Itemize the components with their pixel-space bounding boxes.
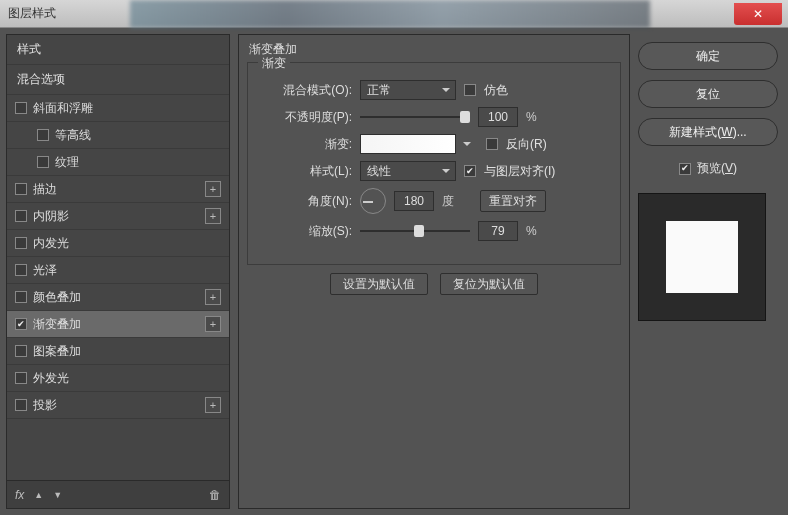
sidebar-header[interactable]: 样式 <box>7 35 229 65</box>
move-down-icon[interactable]: ▼ <box>53 490 62 500</box>
right-column: 确定 复位 新建样式(W)... 预览(V) <box>638 34 782 509</box>
sidebar-item-checkbox[interactable] <box>15 372 27 384</box>
sidebar-item-checkbox[interactable] <box>15 318 27 330</box>
blend-mode-value: 正常 <box>367 82 391 99</box>
sidebar-item-label: 投影 <box>33 397 199 414</box>
sidebar-item-checkbox[interactable] <box>15 399 27 411</box>
sidebar-item-checkbox[interactable] <box>15 102 27 114</box>
group-legend: 渐变 <box>258 55 290 72</box>
reset-default-label: 复位为默认值 <box>453 276 525 293</box>
opacity-slider[interactable] <box>360 110 470 124</box>
blend-mode-select[interactable]: 正常 <box>360 80 456 100</box>
sidebar-item-label: 外发光 <box>33 370 221 387</box>
close-button[interactable]: ✕ <box>734 3 782 25</box>
style-select[interactable]: 线性 <box>360 161 456 181</box>
ok-button[interactable]: 确定 <box>638 42 778 70</box>
sidebar-item-label: 斜面和浮雕 <box>33 100 221 117</box>
move-up-icon[interactable]: ▲ <box>34 490 43 500</box>
sidebar-item-5[interactable]: 内发光 <box>7 230 229 257</box>
sidebar-item-checkbox[interactable] <box>15 345 27 357</box>
angle-label: 角度(N): <box>260 193 352 210</box>
preview-toggle[interactable]: 预览(V) <box>638 160 778 177</box>
sidebar-item-checkbox[interactable] <box>15 183 27 195</box>
add-effect-icon[interactable]: + <box>205 316 221 332</box>
blur-decor <box>130 0 650 28</box>
sidebar-item-label: 光泽 <box>33 262 221 279</box>
add-effect-icon[interactable]: + <box>205 397 221 413</box>
set-default-button[interactable]: 设置为默认值 <box>330 273 428 295</box>
sidebar-item-checkbox[interactable] <box>37 156 49 168</box>
sidebar-list: 斜面和浮雕等高线纹理描边+内阴影+内发光光泽颜色叠加+渐变叠加+图案叠加外发光投… <box>7 95 229 480</box>
scale-slider[interactable] <box>360 224 470 238</box>
sidebar-item-3[interactable]: 描边+ <box>7 176 229 203</box>
align-checkbox[interactable] <box>464 165 476 177</box>
fx-icon[interactable]: fx <box>15 488 24 502</box>
reset-default-button[interactable]: 复位为默认值 <box>440 273 538 295</box>
gradient-picker[interactable] <box>360 134 456 154</box>
sidebar-item-label: 内发光 <box>33 235 221 252</box>
sidebar-footer: fx ▲ ▼ 🗑 <box>7 480 229 508</box>
scale-value[interactable]: 79 <box>478 221 518 241</box>
sidebar-item-checkbox[interactable] <box>15 291 27 303</box>
titlebar: 图层样式 ✕ <box>0 0 788 28</box>
dither-label: 仿色 <box>484 82 508 99</box>
cancel-button[interactable]: 复位 <box>638 80 778 108</box>
align-label: 与图层对齐(I) <box>484 163 555 180</box>
sidebar-item-label: 内阴影 <box>33 208 199 225</box>
add-effect-icon[interactable]: + <box>205 181 221 197</box>
scale-label: 缩放(S): <box>260 223 352 240</box>
sidebar-item-4[interactable]: 内阴影+ <box>7 203 229 230</box>
sidebar-blending-options[interactable]: 混合选项 <box>7 65 229 95</box>
gradient-label: 渐变: <box>260 136 352 153</box>
opacity-value[interactable]: 100 <box>478 107 518 127</box>
row-scale: 缩放(S): 79 % <box>260 221 608 241</box>
preview-box <box>638 193 766 321</box>
sidebar-item-11[interactable]: 投影+ <box>7 392 229 419</box>
sidebar-item-1[interactable]: 等高线 <box>7 122 229 149</box>
style-value: 线性 <box>367 163 391 180</box>
angle-unit: 度 <box>442 193 454 210</box>
row-angle: 角度(N): 180 度 重置对齐 <box>260 188 608 214</box>
trash-icon[interactable]: 🗑 <box>209 488 221 502</box>
sidebar-item-2[interactable]: 纹理 <box>7 149 229 176</box>
sidebar-item-checkbox[interactable] <box>15 264 27 276</box>
sidebar-item-9[interactable]: 图案叠加 <box>7 338 229 365</box>
blend-mode-label: 混合模式(O): <box>260 82 352 99</box>
sidebar-item-10[interactable]: 外发光 <box>7 365 229 392</box>
new-style-label: 新建样式(W)... <box>669 124 746 141</box>
window-title: 图层样式 <box>0 5 56 22</box>
new-style-button[interactable]: 新建样式(W)... <box>638 118 778 146</box>
section-title: 渐变叠加 <box>249 41 621 58</box>
sidebar-item-label: 颜色叠加 <box>33 289 199 306</box>
close-icon: ✕ <box>753 7 763 21</box>
row-blend-mode: 混合模式(O): 正常 仿色 <box>260 80 608 100</box>
angle-dial[interactable] <box>360 188 386 214</box>
angle-value[interactable]: 180 <box>394 191 434 211</box>
preview-checkbox[interactable] <box>679 163 691 175</box>
reverse-checkbox[interactable] <box>486 138 498 150</box>
sidebar-item-7[interactable]: 颜色叠加+ <box>7 284 229 311</box>
opacity-label: 不透明度(P): <box>260 109 352 126</box>
row-gradient: 渐变: 反向(R) <box>260 134 608 154</box>
dither-checkbox[interactable] <box>464 84 476 96</box>
sidebar-item-checkbox[interactable] <box>15 237 27 249</box>
add-effect-icon[interactable]: + <box>205 208 221 224</box>
styles-sidebar: 样式 混合选项 斜面和浮雕等高线纹理描边+内阴影+内发光光泽颜色叠加+渐变叠加+… <box>6 34 230 509</box>
sidebar-item-0[interactable]: 斜面和浮雕 <box>7 95 229 122</box>
sidebar-item-checkbox[interactable] <box>15 210 27 222</box>
sidebar-item-label: 图案叠加 <box>33 343 221 360</box>
reverse-label: 反向(R) <box>506 136 547 153</box>
opacity-unit: % <box>526 110 537 124</box>
gradient-group: 渐变 混合模式(O): 正常 仿色 不透明度(P): 100 % 渐变: <box>247 62 621 265</box>
default-buttons: 设置为默认值 复位为默认值 <box>247 273 621 295</box>
preview-swatch <box>666 221 738 293</box>
scale-unit: % <box>526 224 537 238</box>
ok-label: 确定 <box>696 48 720 65</box>
add-effect-icon[interactable]: + <box>205 289 221 305</box>
reset-align-button[interactable]: 重置对齐 <box>480 190 546 212</box>
sidebar-item-6[interactable]: 光泽 <box>7 257 229 284</box>
cancel-label: 复位 <box>696 86 720 103</box>
sidebar-item-label: 渐变叠加 <box>33 316 199 333</box>
sidebar-item-checkbox[interactable] <box>37 129 49 141</box>
sidebar-item-8[interactable]: 渐变叠加+ <box>7 311 229 338</box>
